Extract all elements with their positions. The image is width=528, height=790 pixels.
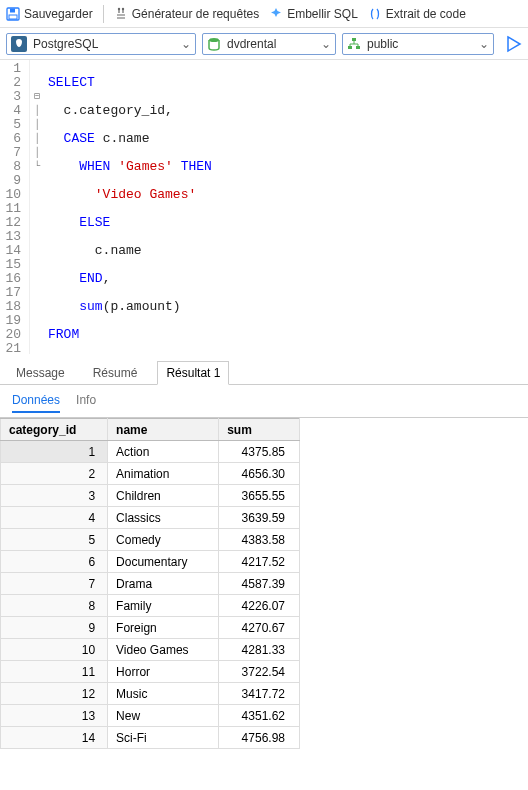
cell-category-id[interactable]: 12 (1, 683, 108, 705)
cell-sum[interactable]: 3639.59 (219, 507, 300, 529)
schema-text: public (365, 37, 475, 51)
cell-category-id[interactable]: 10 (1, 639, 108, 661)
cell-name[interactable]: New (108, 705, 219, 727)
svg-rect-7 (352, 38, 356, 41)
table-row[interactable]: 4Classics3639.59 (1, 507, 300, 529)
cell-sum[interactable]: 4587.39 (219, 573, 300, 595)
table-row[interactable]: 8Family4226.07 (1, 595, 300, 617)
cell-name[interactable]: Foreign (108, 617, 219, 639)
parentheses-icon (368, 7, 382, 21)
snippet-button[interactable]: Extrait de code (368, 7, 466, 21)
subtab-info[interactable]: Info (76, 393, 96, 413)
cell-category-id[interactable]: 2 (1, 463, 108, 485)
tab-resume[interactable]: Résumé (85, 362, 146, 384)
result-tabs: Message Résumé Résultat 1 (0, 354, 528, 385)
cell-category-id[interactable]: 5 (1, 529, 108, 551)
code-area[interactable]: SELECT c.category_id, CASE c.name WHEN '… (44, 60, 481, 354)
query-builder-button[interactable]: Générateur de requêtes (114, 7, 259, 21)
svg-rect-2 (9, 15, 17, 19)
col-category-id[interactable]: category_id (1, 419, 108, 441)
database-icon (207, 37, 221, 51)
cell-sum[interactable]: 4383.58 (219, 529, 300, 551)
subtab-data[interactable]: Données (12, 393, 60, 413)
cell-name[interactable]: Classics (108, 507, 219, 529)
table-row[interactable]: 6Documentary4217.52 (1, 551, 300, 573)
cell-sum[interactable]: 3655.55 (219, 485, 300, 507)
save-label: Sauvegarder (24, 7, 93, 21)
cell-name[interactable]: Sci-Fi (108, 727, 219, 749)
col-sum[interactable]: sum (219, 419, 300, 441)
table-row[interactable]: 11Horror3722.54 (1, 661, 300, 683)
cell-sum[interactable]: 4375.85 (219, 441, 300, 463)
cell-name[interactable]: Comedy (108, 529, 219, 551)
cell-category-id[interactable]: 1 (1, 441, 108, 463)
cell-category-id[interactable]: 14 (1, 727, 108, 749)
cell-category-id[interactable]: 7 (1, 573, 108, 595)
main-toolbar: Sauvegarder Générateur de requêtes Embel… (0, 0, 528, 28)
cell-sum[interactable]: 4656.30 (219, 463, 300, 485)
col-name[interactable]: name (108, 419, 219, 441)
cell-name[interactable]: Children (108, 485, 219, 507)
svg-point-4 (122, 7, 124, 9)
cell-sum[interactable]: 4270.67 (219, 617, 300, 639)
cell-category-id[interactable]: 9 (1, 617, 108, 639)
query-builder-label: Générateur de requêtes (132, 7, 259, 21)
snippet-label: Extrait de code (386, 7, 466, 21)
svg-rect-1 (10, 8, 15, 12)
table-row[interactable]: 13New4351.62 (1, 705, 300, 727)
result-subtabs: Données Info (0, 385, 528, 417)
chevron-down-icon: ⌄ (181, 37, 191, 51)
database-selector[interactable]: dvdrental ⌄ (202, 33, 336, 55)
line-gutter: 123456789101112131415161718192021 (0, 60, 30, 354)
table-row[interactable]: 10Video Games4281.33 (1, 639, 300, 661)
cell-name[interactable]: Video Games (108, 639, 219, 661)
tab-message[interactable]: Message (8, 362, 73, 384)
table-row[interactable]: 2Animation4656.30 (1, 463, 300, 485)
toolbar-separator (103, 5, 104, 23)
table-row[interactable]: 1Action4375.85 (1, 441, 300, 463)
cell-sum[interactable]: 4756.98 (219, 727, 300, 749)
cell-name[interactable]: Drama (108, 573, 219, 595)
postgres-icon (11, 36, 27, 52)
table-row[interactable]: 9Foreign4270.67 (1, 617, 300, 639)
cell-name[interactable]: Animation (108, 463, 219, 485)
table-row[interactable]: 5Comedy4383.58 (1, 529, 300, 551)
svg-point-3 (118, 7, 120, 9)
cell-name[interactable]: Action (108, 441, 219, 463)
cell-category-id[interactable]: 13 (1, 705, 108, 727)
fold-toggle[interactable]: ⊟ (30, 90, 44, 104)
cell-category-id[interactable]: 6 (1, 551, 108, 573)
sparkle-icon (269, 7, 283, 21)
chevron-down-icon: ⌄ (321, 37, 331, 51)
cell-name[interactable]: Horror (108, 661, 219, 683)
cell-sum[interactable]: 4351.62 (219, 705, 300, 727)
cell-sum[interactable]: 3722.54 (219, 661, 300, 683)
cell-name[interactable]: Music (108, 683, 219, 705)
svg-rect-8 (348, 46, 352, 49)
cell-category-id[interactable]: 3 (1, 485, 108, 507)
cell-sum[interactable]: 4281.33 (219, 639, 300, 661)
cell-name[interactable]: Family (108, 595, 219, 617)
beautify-button[interactable]: Embellir SQL (269, 7, 358, 21)
table-row[interactable]: 7Drama4587.39 (1, 573, 300, 595)
table-row[interactable]: 3Children3655.55 (1, 485, 300, 507)
cell-sum[interactable]: 4217.52 (219, 551, 300, 573)
schema-icon (347, 37, 361, 51)
cell-category-id[interactable]: 11 (1, 661, 108, 683)
cell-name[interactable]: Documentary (108, 551, 219, 573)
sql-editor[interactable]: 123456789101112131415161718192021 ⊟││││└… (0, 60, 528, 354)
cell-category-id[interactable]: 8 (1, 595, 108, 617)
svg-point-6 (209, 38, 219, 42)
cell-sum[interactable]: 4226.07 (219, 595, 300, 617)
run-button[interactable] (504, 35, 522, 53)
table-row[interactable]: 14Sci-Fi4756.98 (1, 727, 300, 749)
database-text: dvdrental (225, 37, 317, 51)
schema-selector[interactable]: public ⌄ (342, 33, 494, 55)
tab-result-1[interactable]: Résultat 1 (157, 361, 229, 385)
table-row[interactable]: 12Music3417.72 (1, 683, 300, 705)
cell-category-id[interactable]: 4 (1, 507, 108, 529)
driver-selector[interactable]: PostgreSQL ⌄ (6, 33, 196, 55)
cell-sum[interactable]: 3417.72 (219, 683, 300, 705)
svg-rect-9 (356, 46, 360, 49)
save-button[interactable]: Sauvegarder (6, 7, 93, 21)
